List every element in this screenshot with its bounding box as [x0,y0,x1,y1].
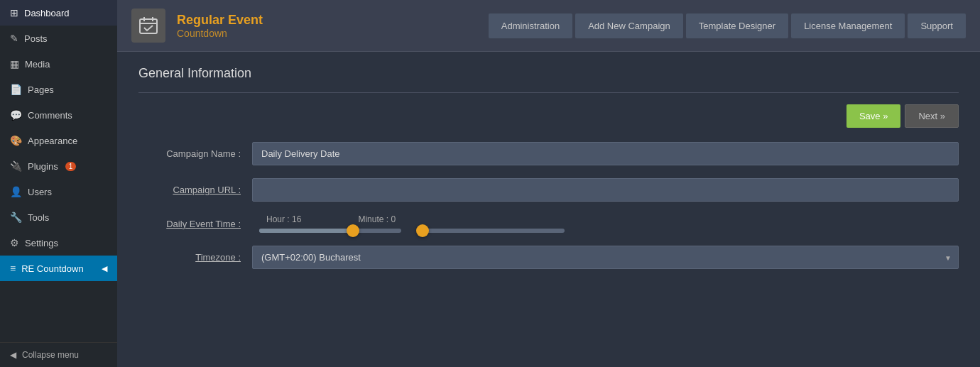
sidebar-item-dashboard[interactable]: ⊞ Dashboard [0,0,117,26]
plugin-header: Regular Event Countdown Administration A… [117,0,980,52]
users-icon: 👤 [10,186,22,197]
sidebar-item-comments[interactable]: 💬 Comments [0,102,117,128]
campaign-name-row: Campaign Name : [138,142,959,165]
content-area: General Information Save » Next » Campai… [117,52,980,367]
hour-label: Hour : 16 [266,214,301,224]
timezone-label: Timezone : [138,252,252,263]
section-title: General Information [138,66,959,81]
settings-icon: ⚙ [10,237,19,248]
nav-template-designer[interactable]: Template Designer [686,13,788,38]
sidebar-item-posts[interactable]: ✎ Posts [0,26,117,51]
hour-slider-thumb[interactable] [347,224,359,237]
sidebar-item-label: RE Countdown [21,263,83,274]
sidebar-item-re-countdown[interactable]: ≡ RE Countdown ◀ [0,256,117,281]
sidebar-item-plugins[interactable]: 🔌 Plugins 1 [0,153,117,179]
sidebar-item-media[interactable]: ▦ Media [0,51,117,77]
media-icon: ▦ [10,58,19,70]
sidebar-item-label: Dashboard [24,8,70,18]
campaign-name-input[interactable] [252,142,959,165]
hour-slider-fill [259,229,353,233]
next-button[interactable]: Next » [905,104,959,128]
timezone-select-wrapper: (GMT+02:00) Bucharest [252,246,959,269]
sliders-row [252,229,959,233]
plugin-title-sub: Countdown [177,28,263,39]
nav-administration[interactable]: Administration [489,13,572,38]
campaign-url-row: Campaign URL : [138,178,959,202]
re-countdown-icon: ≡ [10,263,16,274]
svg-rect-0 [140,19,157,33]
sidebar-item-users[interactable]: 👤 Users [0,179,117,204]
daily-event-time-row: Daily Event Time : Hour : 16 Minute : 0 [138,214,959,233]
collapse-menu-button[interactable]: ◀ Collapse menu [0,342,117,367]
sidebar-item-label: Comments [28,110,72,121]
sidebar-arrow-icon: ◀ [102,264,107,273]
pages-icon: 📄 [10,84,22,95]
nav-support[interactable]: Support [908,13,966,38]
plugin-logo [131,9,165,43]
nav-add-new-campaign[interactable]: Add New Campaign [575,13,683,38]
plugin-nav: Administration Add New Campaign Template… [489,13,966,38]
campaign-name-label: Campaign Name : [138,148,252,159]
minute-slider-track [423,229,565,233]
timezone-select[interactable]: (GMT+02:00) Bucharest [252,246,959,269]
minute-label: Minute : 0 [358,214,396,224]
collapse-icon: ◀ [10,350,16,360]
dashboard-icon: ⊞ [10,7,18,18]
plugins-icon: 🔌 [10,160,22,172]
tools-icon: 🔧 [10,212,22,223]
calendar-icon [138,16,158,35]
timezone-row: Timezone : (GMT+02:00) Bucharest [138,246,959,269]
section-divider [138,92,959,93]
sidebar-item-label: Pages [28,84,54,95]
plugin-title: Regular Event Countdown [177,13,263,39]
sidebar-item-label: Posts [24,33,48,44]
posts-icon: ✎ [10,33,18,44]
sidebar-item-tools[interactable]: 🔧 Tools [0,204,117,230]
sidebar-item-label: Media [25,59,50,70]
collapse-label: Collapse menu [22,350,79,360]
main-content: Regular Event Countdown Administration A… [117,0,980,367]
sidebar-item-settings[interactable]: ⚙ Settings [0,230,117,256]
sidebar-item-pages[interactable]: 📄 Pages [0,77,117,102]
comments-icon: 💬 [10,109,22,121]
sidebar-item-appearance[interactable]: 🎨 Appearance [0,128,117,153]
sidebar-item-label: Settings [25,238,58,248]
daily-event-time-label: Daily Event Time : [138,219,252,229]
slider-container: Hour : 16 Minute : 0 [252,214,959,233]
minute-slider-thumb[interactable] [416,224,429,237]
save-button[interactable]: Save » [846,104,900,128]
slider-labels: Hour : 16 Minute : 0 [252,214,959,224]
sidebar-item-label: Appearance [28,136,77,146]
campaign-url-label: Campaign URL : [138,185,252,195]
plugin-title-main: Regular Event [177,13,263,28]
nav-license-management[interactable]: License Management [791,13,905,38]
sidebar-item-label: Users [28,187,52,197]
sidebar-item-label: Plugins [28,161,58,172]
sidebar-item-label: Tools [28,212,49,223]
campaign-url-input[interactable] [252,178,959,202]
sidebar: ⊞ Dashboard ✎ Posts ▦ Media 📄 Pages 💬 Co… [0,0,117,367]
action-bar: Save » Next » [138,104,959,128]
plugins-badge: 1 [65,162,77,171]
appearance-icon: 🎨 [10,135,22,146]
hour-slider-track [259,229,401,233]
